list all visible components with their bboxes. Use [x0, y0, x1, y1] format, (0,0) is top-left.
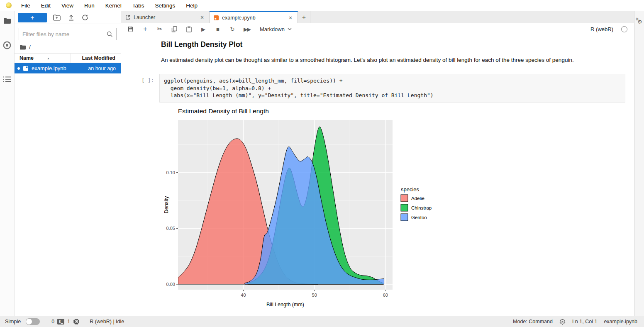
- simple-mode-toggle[interactable]: [26, 318, 40, 325]
- sort-ascending-icon: ▲: [47, 57, 50, 60]
- file-browser-toolbar: +: [15, 11, 121, 24]
- kernels-count[interactable]: 1: [67, 319, 70, 325]
- paste-cells-icon[interactable]: [185, 25, 192, 33]
- kernel-name[interactable]: R (webR): [590, 26, 613, 32]
- simple-mode-label[interactable]: Simple: [5, 319, 21, 325]
- notebook-content: Bill Length Density Plot An estimated de…: [121, 35, 634, 316]
- toggle-knob: [26, 319, 32, 325]
- terminal-icon[interactable]: $_: [57, 319, 64, 325]
- menu-view[interactable]: View: [56, 2, 79, 9]
- new-folder-icon[interactable]: [53, 13, 61, 22]
- menu-bar: File Edit View Run Kernel Tabs Settings …: [0, 0, 644, 11]
- code-line: labs(x="Bill Length (mm)", y="Density", …: [164, 92, 621, 99]
- restart-run-all-icon[interactable]: ▶▶: [244, 25, 250, 33]
- cell-output: Estimated Density of Bill Length4050600.…: [162, 105, 634, 310]
- notebook-file-icon: [23, 66, 29, 71]
- right-activity-bar: ⚙⚙: [634, 11, 644, 316]
- svg-text:Bill Length (mm): Bill Length (mm): [266, 302, 304, 307]
- menu-help[interactable]: Help: [181, 2, 203, 9]
- svg-text:50: 50: [312, 293, 317, 298]
- running-sessions-icon[interactable]: [2, 41, 12, 50]
- svg-text:Gentoo: Gentoo: [411, 215, 427, 220]
- home-folder-icon[interactable]: [20, 44, 26, 50]
- markdown-heading[interactable]: Bill Length Density Plot: [161, 40, 634, 49]
- add-tab-button[interactable]: +: [298, 11, 310, 23]
- active-filename[interactable]: example.ipynb: [604, 319, 637, 325]
- kernel-state[interactable]: R (webR) | Idle: [90, 319, 124, 325]
- file-modified-time: an hour ago: [88, 66, 116, 71]
- svg-text:0.10: 0.10: [166, 170, 175, 175]
- status-bar: Simple 0 $_ 1 R (webR) | Idle Mode: Comm…: [0, 316, 644, 327]
- svg-text:Density: Density: [163, 195, 169, 213]
- tab-bar: Launcher × example.ipynb × +: [121, 11, 634, 23]
- file-browser-icon[interactable]: [2, 16, 12, 25]
- left-activity-bar: [0, 11, 15, 316]
- svg-text:0.00: 0.00: [166, 282, 175, 287]
- menu-kernel[interactable]: Kernel: [100, 2, 127, 9]
- code-line: ggplot(penguins, aes(x=bill_length_mm, f…: [164, 77, 621, 85]
- cut-cells-icon[interactable]: ✂: [156, 25, 163, 33]
- add-cell-icon[interactable]: +: [142, 25, 149, 33]
- close-icon[interactable]: ×: [199, 14, 205, 21]
- tab-example-ipynb[interactable]: example.ipynb ×: [210, 11, 298, 23]
- code-line: geom_density(bw=1, alpha=0.8) +: [164, 85, 621, 92]
- trust-shield-icon[interactable]: [559, 319, 566, 325]
- close-icon[interactable]: ×: [287, 15, 294, 21]
- cell-type-dropdown[interactable]: Markdown: [260, 26, 292, 32]
- refresh-icon[interactable]: [81, 13, 89, 22]
- new-launcher-button[interactable]: +: [18, 13, 47, 22]
- breadcrumb[interactable]: /: [15, 40, 121, 53]
- launcher-icon: [125, 15, 131, 20]
- menu-run[interactable]: Run: [79, 2, 100, 9]
- svg-text:Estimated Density of Bill Leng: Estimated Density of Bill Length: [178, 107, 269, 115]
- command-mode-indicator[interactable]: Mode: Command: [513, 319, 553, 325]
- search-icon: [107, 31, 113, 37]
- main-dock-panel: Launcher × example.ipynb × + + ✂: [121, 11, 634, 316]
- terminals-count[interactable]: 0: [51, 319, 54, 325]
- svg-text:⚙: ⚙: [637, 19, 642, 24]
- tab-label: Launcher: [134, 15, 155, 20]
- interrupt-kernel-icon[interactable]: ■: [215, 25, 221, 33]
- copy-cells-icon[interactable]: [171, 25, 178, 33]
- property-inspector-gear-icon[interactable]: ⚙⚙: [636, 17, 643, 24]
- cursor-position[interactable]: Ln 1, Col 1: [572, 319, 597, 325]
- file-list-header: Name ▲ Last Modified: [15, 53, 121, 63]
- notebook-tab-icon: [213, 15, 219, 21]
- restart-kernel-icon[interactable]: ↻: [229, 25, 236, 33]
- svg-text:Chinstrap: Chinstrap: [411, 205, 432, 210]
- file-name: example.ipynb: [32, 65, 85, 71]
- menu-tabs[interactable]: Tabs: [127, 2, 150, 9]
- app-logo-icon: [6, 2, 12, 8]
- breadcrumb-root[interactable]: /: [29, 44, 31, 50]
- tab-label: example.ipynb: [222, 15, 256, 21]
- cell-type-value: Markdown: [260, 26, 285, 32]
- file-filter-input[interactable]: [22, 31, 107, 37]
- column-header-name[interactable]: Name ▲: [15, 54, 71, 63]
- kernel-status-icon[interactable]: [621, 26, 627, 32]
- tab-launcher[interactable]: Launcher ×: [121, 11, 210, 23]
- file-row-example-ipynb[interactable]: example.ipynb an hour ago: [15, 63, 121, 73]
- table-of-contents-icon[interactable]: [2, 75, 12, 84]
- upload-icon[interactable]: [67, 13, 75, 22]
- run-cell-icon[interactable]: ▶: [200, 25, 207, 33]
- density-plot: Estimated Density of Bill Length4050600.…: [162, 105, 440, 310]
- chevron-down-icon: [288, 28, 292, 30]
- code-editor[interactable]: ggplot(penguins, aes(x=bill_length_mm, f…: [159, 74, 625, 102]
- menu-edit[interactable]: Edit: [36, 2, 56, 9]
- notebook-toolbar: + ✂ ▶ ■ ↻ ▶▶ Markdown R (webR): [121, 23, 634, 35]
- unsaved-changes-dot: [17, 67, 20, 70]
- cell-prompt: [ ]:: [121, 74, 159, 102]
- svg-text:species: species: [401, 186, 420, 193]
- column-header-last-modified[interactable]: Last Modified: [71, 55, 121, 61]
- svg-text:40: 40: [241, 293, 246, 298]
- svg-text:60: 60: [383, 293, 388, 298]
- markdown-paragraph[interactable]: An estimated density plot can be thought…: [161, 57, 624, 63]
- menu-file[interactable]: File: [16, 2, 36, 9]
- kernel-chip-icon[interactable]: [73, 318, 80, 325]
- menu-settings[interactable]: Settings: [149, 2, 181, 9]
- code-cell: [ ]: ggplot(penguins, aes(x=bill_length_…: [121, 74, 634, 102]
- file-browser-panel: + / Name ▲: [15, 11, 121, 316]
- svg-text:Adelie: Adelie: [411, 196, 424, 201]
- svg-text:0.05: 0.05: [166, 226, 175, 231]
- save-icon[interactable]: [127, 25, 134, 33]
